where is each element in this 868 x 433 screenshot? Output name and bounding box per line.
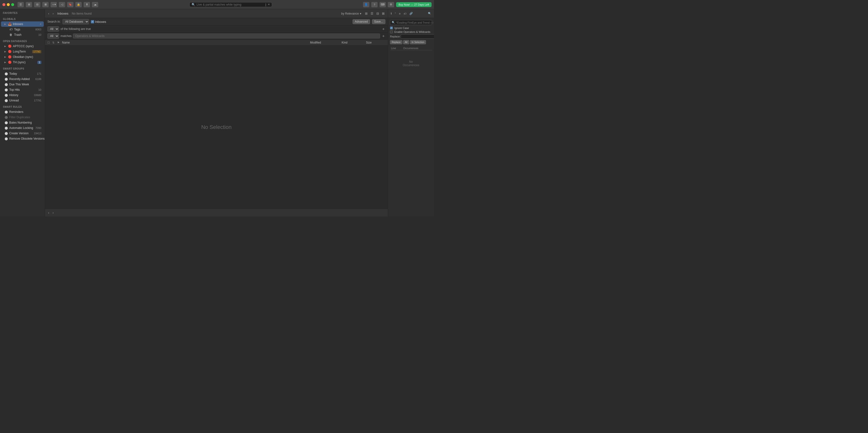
rp-quote-btn[interactable]: " — [394, 12, 397, 16]
of-following-label: of the following are true — [61, 27, 91, 31]
share-btn[interactable]: ⬆ — [84, 2, 90, 7]
sidebar-item-due-this-week[interactable]: ⬤ Due This Week — [1, 82, 44, 87]
bottom-nav-back[interactable]: ‹ — [47, 210, 50, 215]
sort-icon[interactable]: ⇅ — [52, 41, 55, 44]
sidebar-top-hits-badge: 10 — [38, 88, 41, 91]
sidebar-item-history[interactable]: ⬤ History 33680 — [1, 92, 44, 98]
aptccc-icon: 🔴 — [8, 45, 11, 48]
filter-value-input[interactable] — [73, 34, 380, 38]
flag-icon: ⚑ — [57, 41, 60, 44]
user-btn[interactable]: 👤 — [363, 2, 369, 7]
sidebar-bates-label: Bates Numbering — [9, 121, 41, 124]
filter-scope-select[interactable]: All — [48, 26, 59, 32]
sidebar-item-top-hits[interactable]: ⬤ Top Hits 10 — [1, 87, 44, 92]
cloud-btn[interactable]: ☁ — [92, 2, 98, 7]
advanced-button[interactable]: Advanced — [352, 19, 370, 24]
filter-row-2: All matches ＋ — [45, 33, 388, 40]
history-icon: ⬤ — [4, 93, 8, 97]
view-grid-btn[interactable]: ⊞ — [364, 11, 369, 16]
add-btn[interactable]: ＋▾ — [51, 2, 57, 7]
sidebar-aptccc-label: APTCCC (sync) — [13, 45, 41, 48]
view-split-btn[interactable]: ⊟ — [375, 11, 380, 16]
search-replace-bar[interactable]: 🔍 ‹ › — [390, 20, 432, 25]
global-search-input[interactable] — [197, 3, 264, 6]
display-btn[interactable]: ⌨ — [379, 2, 386, 7]
add-filter-btn-1[interactable]: ＋ — [381, 27, 385, 31]
select-all-checkbox[interactable]: ☐ — [48, 41, 50, 44]
view-buttons: ⊞ ☰ ⊟ ⊠ — [364, 11, 386, 16]
nav-forward-btn[interactable]: › — [51, 11, 55, 16]
today-icon: ⬤ — [4, 72, 8, 76]
sidebar-item-bates-numbering[interactable]: ⬤ Bates Numbering — [1, 120, 44, 125]
sidebar-item-unread[interactable]: ⬤ Unread 17791 — [1, 98, 44, 103]
bottom-nav-forward[interactable]: › — [51, 210, 55, 215]
clear-search-icon[interactable]: ✕ — [268, 3, 270, 6]
sidebar-tags-label: Tags — [14, 28, 34, 31]
save-button[interactable]: Save... — [372, 19, 385, 24]
replace-input-row: Replace — [390, 34, 432, 39]
replace-all-btn[interactable]: All — [403, 40, 409, 44]
occurrences-table: Line Occurrences — [390, 46, 432, 50]
sort-button[interactable]: by Relevance ▾ — [340, 11, 363, 16]
sidebar-item-today[interactable]: ⬤ Today 171 — [1, 71, 44, 77]
sidebar-item-automatic-locking[interactable]: ⬤ Automatic Locking 7090 — [1, 125, 44, 131]
in-selection-btn[interactable]: In Selection — [410, 40, 426, 44]
sidebar-history-label: History — [9, 93, 32, 97]
rp-info-btn[interactable]: ℹ — [390, 11, 393, 16]
settings-btn[interactable]: ⚙ — [388, 2, 394, 7]
search-replace-nav-next[interactable]: › — [433, 21, 434, 24]
sidebar-item-remove-obsolete[interactable]: ⬤ Remove Obsolete Versions — [1, 136, 44, 141]
enable-operators-checkbox[interactable] — [390, 30, 393, 33]
lock-btn[interactable]: 🔒 — [75, 2, 82, 7]
tags-icon: 🏷 — [9, 28, 13, 31]
inbox-checkbox[interactable]: ✓ — [91, 20, 94, 23]
content-area: ‹ › Inboxes No Items found by Relevance … — [45, 9, 388, 216]
view-list-btn[interactable]: ☰ — [369, 11, 375, 16]
search-in-databases-select[interactable]: All Databases — [62, 19, 89, 24]
sidebar-top-hits-label: Top Hits — [9, 88, 37, 91]
sidebar-item-longterm[interactable]: ▶ 🔴 LongTerm 17790 — [1, 49, 44, 54]
add-filter-btn-2[interactable]: ＋ — [381, 34, 385, 38]
sidebar-item-aptccc[interactable]: ▶ 🔴 APTCCC (sync) — [1, 44, 44, 49]
sidebar-item-filter-duplicates[interactable]: ⬤ Filter Duplicates — [1, 115, 44, 120]
split-view-btn[interactable]: ⊠ — [42, 2, 49, 7]
sidebar-longterm-label: LongTerm — [13, 50, 31, 53]
sidebar-item-reminders[interactable]: ⬤ Reminders — [1, 109, 44, 115]
rp-tag-btn[interactable]: 🏷 — [402, 12, 407, 16]
minimize-button[interactable] — [7, 3, 10, 6]
nav-back-tb[interactable]: ◁ — [59, 2, 65, 7]
sidebar-item-create-version[interactable]: ⬤ Create Version 19413 — [1, 131, 44, 136]
view-toggle-btn[interactable]: ⊟ — [34, 2, 40, 7]
buy-now-button[interactable]: Buy Now! — 27 Days Left — [396, 2, 432, 7]
sidebar-item-inboxes[interactable]: ▶ 📥 Inboxes 4 — [1, 21, 44, 27]
search-replace-nav-prev[interactable]: ‹ — [431, 21, 432, 24]
remove-obsolete-icon: ⬤ — [4, 137, 8, 140]
global-search-bar[interactable]: 🔍 | ✕ — [189, 2, 272, 7]
search-replace-input[interactable] — [396, 21, 430, 24]
maximize-button[interactable] — [11, 3, 14, 6]
rp-search-btn[interactable]: 🔍 — [427, 11, 433, 16]
view-columns-btn[interactable]: ⊠ — [381, 11, 386, 16]
sidebar-toggle-btn[interactable]: ☰ — [18, 2, 24, 7]
sidebar-item-trash[interactable]: 🗑 Trash 10 — [1, 32, 44, 37]
bookmark-btn[interactable]: 🔖 — [67, 2, 73, 7]
close-button[interactable] — [2, 3, 5, 6]
replace-input-field[interactable] — [401, 34, 434, 39]
inbox-checkbox-area: ✓ Inboxes — [91, 20, 106, 24]
link-mode-btn[interactable]: ⊞ — [26, 2, 32, 7]
replace-btn[interactable]: Replace — [390, 40, 402, 44]
sidebar-item-recently-added[interactable]: ⬤ Recently Added 6188 — [1, 77, 44, 82]
sidebar-recently-added-badge: 6188 — [35, 78, 41, 81]
nav-back-btn[interactable]: ‹ — [47, 11, 50, 16]
rp-list-btn[interactable]: ≡ — [398, 12, 402, 16]
filter-field-select[interactable]: All — [48, 33, 59, 39]
sidebar-item-tags[interactable]: 🏷 Tags 8063 — [1, 27, 44, 32]
search-in-label: Search in: — [48, 20, 61, 23]
sidebar-item-th[interactable]: ▶ 🔴 TH (sync) 1 — [1, 60, 44, 65]
help-btn[interactable]: ? — [371, 2, 378, 7]
sidebar-tags-badge: 8063 — [35, 28, 41, 31]
rp-link-btn[interactable]: 🔗 — [408, 11, 414, 16]
sidebar-inboxes-badge: 4 — [40, 23, 41, 26]
ignore-case-checkbox[interactable]: ✓ — [390, 27, 393, 29]
sidebar-item-obsidian[interactable]: ▶ 🔴 Obsidian (sync) — [1, 54, 44, 60]
